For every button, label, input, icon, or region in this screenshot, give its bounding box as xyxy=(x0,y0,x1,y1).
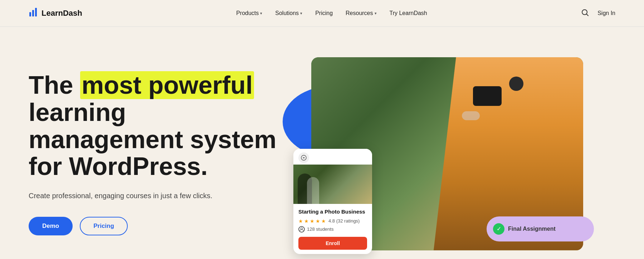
check-icon: ✓ xyxy=(493,223,504,235)
nav-try-label: Try LearnDash xyxy=(390,10,427,16)
nav-item-pricing[interactable]: Pricing xyxy=(315,10,333,16)
nav-menu: Products ▾ Solutions ▾ Pricing Resources… xyxy=(236,10,427,16)
students-count: 128 students xyxy=(307,226,333,232)
chevron-down-icon: ▾ xyxy=(260,11,262,16)
heading-highlight: most powerful xyxy=(80,71,254,99)
navigation: LearnDash Products ▾ Solutions ▾ Pricing… xyxy=(0,0,644,27)
sign-in-link[interactable]: Sign In xyxy=(597,10,615,16)
search-icon[interactable] xyxy=(581,9,589,18)
nav-right: Sign In xyxy=(581,9,615,18)
svg-rect-0 xyxy=(29,12,31,16)
nav-item-try[interactable]: Try LearnDash xyxy=(390,10,427,16)
card-rating: 4.8 (32 ratings) xyxy=(328,218,360,224)
final-assignment-pill: ✓ Final Assignment xyxy=(487,216,594,241)
nav-item-products[interactable]: Products ▾ xyxy=(236,10,262,16)
hero-section: The most powerful learning management sy… xyxy=(0,27,644,259)
svg-rect-2 xyxy=(35,8,37,16)
rating-value: 4.8 xyxy=(328,218,335,224)
nav-item-resources[interactable]: Resources ▾ xyxy=(346,10,376,16)
logo-text: LearnDash xyxy=(42,9,82,18)
heading-pre: The xyxy=(29,71,80,99)
logo-icon xyxy=(29,7,39,19)
nav-resources-label: Resources xyxy=(346,10,373,16)
card-brand-icon xyxy=(298,152,309,163)
camera-body xyxy=(473,86,502,106)
hero-visual: Starting a Photo Business ★ ★ ★ ★ ★ 4.8 … xyxy=(279,47,615,259)
card-thumbnail xyxy=(293,165,372,204)
nav-pricing-label: Pricing xyxy=(315,10,333,16)
svg-rect-1 xyxy=(32,10,34,16)
logo[interactable]: LearnDash xyxy=(29,7,82,19)
hero-buttons: Demo Pricing xyxy=(29,217,279,235)
heading-post: learning management system for WordPress… xyxy=(29,98,277,180)
camera-lens xyxy=(509,77,523,91)
star-1: ★ xyxy=(298,218,303,224)
final-assignment-label: Final Assignment xyxy=(508,226,556,232)
glasses-reflection xyxy=(462,111,480,120)
enroll-button[interactable]: Enroll xyxy=(298,237,367,250)
card-students: 128 students xyxy=(298,226,367,233)
star-4: ★ xyxy=(316,218,320,224)
card-body: Starting a Photo Business ★ ★ ★ ★ ★ 4.8 … xyxy=(293,204,372,254)
card-stars: ★ ★ ★ ★ ★ 4.8 (32 ratings) xyxy=(298,218,367,224)
person2-silhouette xyxy=(307,177,319,204)
star-5: ★ xyxy=(321,218,326,224)
card-title: Starting a Photo Business xyxy=(298,208,367,215)
nav-products-label: Products xyxy=(236,10,259,16)
card-icon-bar xyxy=(293,149,372,165)
review-count: (32 ratings) xyxy=(336,218,360,224)
svg-line-4 xyxy=(587,14,589,16)
chevron-down-icon: ▾ xyxy=(300,11,302,16)
students-icon xyxy=(298,226,305,233)
star-3: ★ xyxy=(310,218,314,224)
svg-point-6 xyxy=(301,228,303,229)
demo-button[interactable]: Demo xyxy=(29,217,73,235)
course-card: Starting a Photo Business ★ ★ ★ ★ ★ 4.8 … xyxy=(293,149,372,254)
hero-subtext: Create professional, engaging courses in… xyxy=(29,190,279,201)
nav-solutions-label: Solutions xyxy=(275,10,299,16)
chevron-down-icon: ▾ xyxy=(375,11,377,16)
pricing-button[interactable]: Pricing xyxy=(80,217,128,235)
nav-item-solutions[interactable]: Solutions ▾ xyxy=(275,10,302,16)
hero-heading: The most powerful learning management sy… xyxy=(29,72,279,180)
hero-content: The most powerful learning management sy… xyxy=(29,72,279,235)
star-2: ★ xyxy=(304,218,309,224)
